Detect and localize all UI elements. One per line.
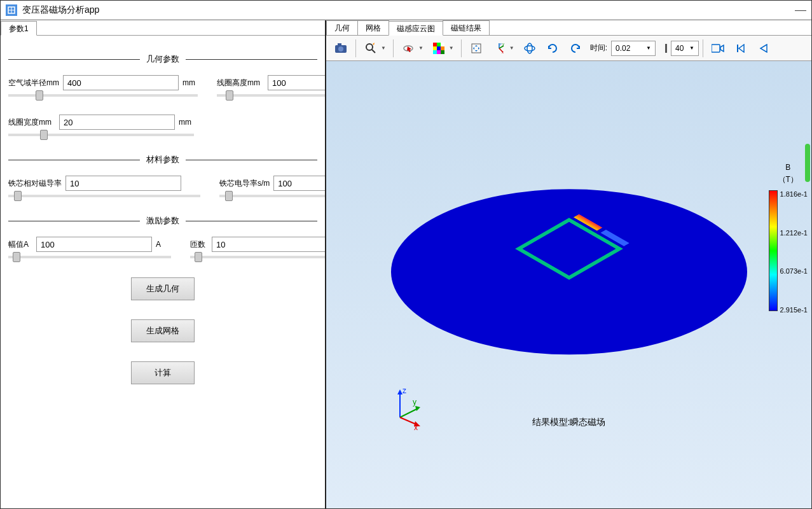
skip-first-icon[interactable] [730,38,752,59]
svg-text:y: y [413,398,416,407]
svg-text:x: x [414,423,418,430]
svg-point-26 [527,43,532,53]
time-label: 时间: [590,43,607,53]
select-icon[interactable] [397,38,419,59]
svg-text:y: y [502,43,504,46]
axes-triad: z y x [387,386,432,432]
input-turns[interactable] [212,237,325,252]
step-select[interactable]: 40▼ [671,41,699,56]
input-coil-height[interactable] [268,75,325,90]
slider-air-radius[interactable] [8,94,198,97]
select-dropdown[interactable]: ▼ [418,38,427,59]
svg-rect-14 [441,46,444,50]
label-coil-width: 线圈宽度mm [8,117,55,128]
svg-point-25 [525,46,535,51]
svg-text:z: z [403,386,406,395]
input-air-radius[interactable] [63,75,179,90]
input-core-perm[interactable] [65,176,181,191]
video-icon[interactable] [707,38,729,59]
tab-field[interactable]: 磁感应云图 [389,21,443,36]
titlebar: 变压器磁场分析app — [1,1,811,20]
params-content: 几何参数 空气域半径mm mm 线圈高度mm [1,36,325,508]
tab-params1[interactable]: 参数1 [1,21,37,36]
app-icon [6,4,17,16]
svg-rect-12 [433,46,437,50]
section-excite: 激励参数 [8,215,317,227]
app-window: 变压器磁场分析app — 参数1 几何参数 空气域半径mm [0,0,812,509]
slider-core-cond[interactable] [219,195,325,197]
slider-amplitude[interactable] [8,256,171,258]
label-air-radius: 空气域半径mm [8,78,59,88]
input-amplitude[interactable] [36,237,152,252]
left-panel: 参数1 几何参数 空气域半径mm mm [1,20,326,508]
move-icon[interactable] [465,38,487,59]
section-material: 材料参数 [8,154,317,165]
label-turns: 匝数 [190,239,208,250]
axis-view-icon[interactable]: zyx [488,38,510,59]
svg-rect-28 [712,45,720,52]
play-back-icon[interactable] [753,38,774,59]
svg-rect-9 [433,43,437,46]
gen-geom-button[interactable]: 生成几何 [131,277,195,300]
input-core-cond[interactable] [273,176,325,191]
section-geom: 几何参数 [8,53,317,65]
tab-geom[interactable]: 几何 [326,20,358,35]
colormap-dropdown[interactable]: ▼ [448,38,457,59]
slider-turns[interactable] [190,256,325,258]
rotate-cw-icon[interactable] [565,38,586,59]
camera-icon[interactable] [330,38,352,59]
svg-rect-16 [437,50,441,54]
label-amplitude: 幅值A [8,239,32,250]
svg-rect-13 [437,46,441,50]
svg-point-4 [338,46,343,52]
label-coil-height: 线圈高度mm [217,78,264,88]
gen-mesh-button[interactable]: 生成网格 [131,319,195,342]
colormap-icon[interactable] [428,38,450,59]
svg-line-21 [499,46,504,48]
viewport-3d[interactable]: z y x 结果模型:瞬态磁场 B （T） 1.816e-1 [326,61,811,508]
svg-rect-10 [437,43,441,46]
svg-rect-27 [665,44,667,53]
rotate-icon[interactable] [519,38,540,59]
rotate-ccw-icon[interactable] [542,38,563,59]
legend-colorbar [769,190,778,311]
time-select[interactable]: 0.02▼ [611,41,656,56]
left-tab-bar: 参数1 [1,20,325,36]
compute-button[interactable]: 计算 [131,361,195,384]
slider-coil-width[interactable] [8,134,194,136]
svg-rect-15 [433,50,437,54]
zoom-dropdown[interactable]: ▼ [380,38,389,59]
svg-line-32 [400,408,418,417]
body: 参数1 几何参数 空气域半径mm mm [1,20,811,508]
svg-rect-17 [441,50,444,54]
label-core-cond: 铁芯电导率s/m [219,178,270,189]
slider-coil-height[interactable] [217,94,325,97]
svg-rect-11 [441,43,444,46]
window-title: 变压器磁场分析app [22,4,795,16]
svg-rect-29 [737,45,738,52]
zoom-icon[interactable] [360,38,382,59]
svg-text:x: x [502,50,504,54]
right-tab-bar: 几何 网格 磁感应云图 磁链结果 [326,20,811,36]
axis-dropdown[interactable]: ▼ [509,38,518,59]
tab-mesh[interactable]: 网格 [357,20,389,35]
right-panel: 几何 网格 磁感应云图 磁链结果 ▼ ▼ ▼ zyx▼ 时间: 0.02▼ [326,20,811,508]
slider-core-perm[interactable] [8,195,200,197]
svg-rect-5 [338,43,341,46]
input-coil-width[interactable] [59,115,175,130]
view-toolbar: ▼ ▼ ▼ zyx▼ 时间: 0.02▼ 40▼ [326,36,811,61]
label-core-perm: 铁芯相对磁导率 [8,178,62,189]
svg-line-7 [372,50,375,53]
minimize-button[interactable]: — [795,3,806,17]
svg-point-6 [366,44,373,50]
tab-flux[interactable]: 磁链结果 [443,20,490,35]
svg-text:z: z [500,43,502,46]
color-legend: B （T） 1.816e-1 1.212e-1 6.073e-1 2.915e-… [769,163,808,314]
step-prev-icon[interactable] [657,38,670,59]
result-model-label: 结果模型:瞬态磁场 [532,417,606,428]
